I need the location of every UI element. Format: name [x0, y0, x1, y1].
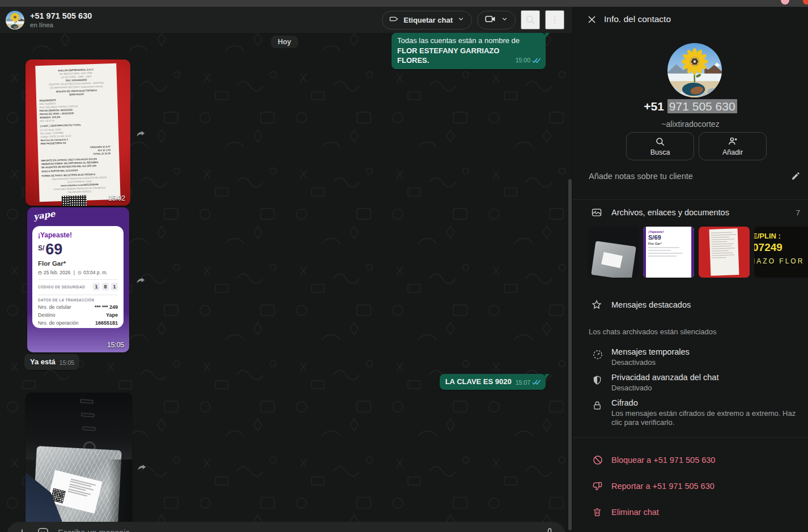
yape-row-value: Yape	[106, 312, 118, 318]
contact-phone-number: +51 971 505 630	[573, 100, 808, 113]
media-thumb-plin[interactable]: E/PLIN : 07249 IAZO FLOR	[754, 227, 808, 278]
yape-security-digits: 1 8 1	[93, 283, 118, 291]
message-composer: Escribe un mensaje	[7, 522, 565, 532]
message-input[interactable]: Escribe un mensaje	[58, 528, 535, 532]
chat-scrollbar[interactable]	[568, 179, 572, 530]
chat-menu-button[interactable]	[545, 10, 564, 29]
media-section-label: Archivos, enlaces y documentos	[611, 208, 729, 217]
shield-icon	[592, 374, 602, 388]
message-text: Ya está	[30, 357, 56, 366]
encryption-row[interactable]: Cifrado Los mensajes están cifrados de e…	[573, 398, 808, 427]
yape-payee: Flor Gar*	[38, 260, 118, 267]
yape-datetime: 25 feb. 2026 | 03:04 p. m.	[38, 270, 118, 275]
titlebar-pink-dot	[781, 0, 789, 5]
label-chat-button[interactable]: Etiquetar chat	[382, 11, 472, 29]
date-divider: Hoy	[271, 36, 298, 48]
message-meta: 15:07	[516, 379, 541, 386]
attach-plus-icon[interactable]	[16, 527, 28, 532]
sunflower-avatar-image	[667, 43, 722, 97]
separator: |	[72, 270, 76, 275]
notes-placeholder: Añade notas sobre tu cliente	[589, 172, 693, 181]
search-in-chat-button[interactable]	[521, 10, 540, 29]
forward-message-icon[interactable]	[134, 126, 148, 141]
contact-action-buttons: Busca Añadir	[626, 132, 767, 160]
setting-subtitle: Desactivado	[611, 384, 797, 393]
delete-chat-button[interactable]: Eliminar chat	[573, 505, 808, 521]
starred-messages-row[interactable]: Mensajes destacados	[573, 299, 808, 313]
yape-mini-amount: S/69	[648, 234, 694, 241]
panel-title: Info. del contacto	[604, 14, 671, 24]
chat-contact-info[interactable]: +51 971 505 630 en línea	[30, 11, 92, 29]
archived-chats-note: Los chats archivados están silenciados	[589, 327, 716, 336]
block-contact-button[interactable]: Bloquear a +51 971 505 630	[573, 453, 808, 469]
emoji-sticker-icon[interactable]	[37, 527, 49, 532]
forward-message-icon[interactable]	[134, 273, 148, 288]
person-plus-icon	[728, 136, 738, 147]
disappearing-messages-row[interactable]: Mensajes temporales Desactivados	[573, 347, 808, 367]
microphone-icon[interactable]	[544, 527, 555, 532]
message-outgoing-accounts[interactable]: Todas las cuentas están a nombre de FLOR…	[392, 33, 546, 69]
yape-currency: S/	[38, 244, 44, 252]
clock-icon	[78, 271, 82, 275]
chat-pane: +51 971 505 630 en línea Etiquetar chat	[0, 7, 572, 532]
close-panel-button[interactable]	[585, 12, 598, 26]
panel-header: Info. del contacto	[573, 7, 808, 32]
media-thumb-receipt[interactable]	[699, 227, 750, 278]
yape-date: 25 feb. 2026	[44, 270, 70, 275]
double-check-icon	[532, 58, 541, 63]
shadow-edge	[108, 459, 132, 532]
pencil-icon[interactable]	[791, 171, 801, 183]
chat-avatar[interactable]	[6, 11, 24, 29]
search-contact-button[interactable]: Busca	[626, 132, 694, 160]
sunflower-avatar-image	[6, 11, 24, 29]
yape-mini-payee: Flor Gar*	[648, 242, 694, 245]
lock-icon	[592, 400, 602, 414]
receipt-art	[709, 228, 739, 276]
yape-time: 03:04 p. m.	[83, 270, 108, 275]
plin-line1: E/PLIN :	[754, 232, 808, 240]
media-thumb-yape[interactable]: ¡Yapeaste! S/69 Flor Gar*	[643, 227, 694, 278]
star-icon	[591, 299, 602, 313]
section-divider	[573, 199, 808, 200]
setting-subtitle: Los mensajes están cifrados de extremo a…	[611, 409, 797, 427]
chat-header: +51 971 505 630 en línea Etiquetar chat	[0, 7, 572, 33]
media-thumbnails: ¡Yapeaste! S/69 Flor Gar*	[573, 227, 808, 278]
client-notes-row[interactable]: Añade notas sobre tu cliente	[573, 170, 808, 185]
yape-row-key: Nro. de operación	[38, 320, 79, 326]
message-outgoing-clave[interactable]: LA CLAVE ES 9020 15:07	[440, 374, 546, 390]
video-call-button[interactable]	[477, 11, 516, 29]
forward-message-icon[interactable]	[135, 460, 150, 475]
yape-security-label: CÓDIGO DE SEGURIDAD	[38, 285, 85, 289]
message-image-yape-receipt[interactable]: yape ¡Yapeaste! S/ 69 Flor Gar* 25 feb. …	[27, 207, 129, 352]
media-thumb-package[interactable]	[588, 227, 639, 278]
timer-icon	[592, 349, 603, 363]
label-text-lines	[65, 477, 99, 511]
yape-mini-title: ¡Yapeaste!	[648, 230, 694, 233]
advanced-chat-privacy-row[interactable]: Privacidad avanzada del chat Desactivado	[573, 373, 808, 393]
message-incoming-ya-esta[interactable]: Ya está 15:05	[24, 354, 79, 370]
message-image-package[interactable]	[25, 393, 132, 532]
add-contact-button[interactable]: Añadir	[699, 132, 767, 160]
security-digit: 8	[102, 283, 109, 291]
plin-line2: 07249	[754, 241, 808, 254]
report-contact-button[interactable]: Reportar a +51 971 505 630	[573, 479, 808, 495]
message-text-line2: FLOR ESTEFANY GARRIAZO FLORES.	[397, 46, 512, 66]
video-camera-icon	[484, 13, 496, 27]
message-image-receipt[interactable]: AVALON EMPRESARIAL S.A.C. AV. MEXICO NRO…	[25, 59, 130, 206]
plin-line3: IAZO FLOR	[754, 257, 808, 265]
section-divider	[573, 437, 808, 438]
trash-icon	[592, 507, 602, 520]
chat-header-actions: Etiquetar chat	[382, 10, 564, 29]
media-links-docs-row[interactable]: Archivos, enlaces y documentos 7	[573, 206, 808, 220]
contact-profile-photo[interactable]	[667, 43, 722, 97]
text-line	[648, 247, 679, 248]
label-tag-icon	[389, 14, 399, 25]
setting-title: Privacidad avanzada del chat	[611, 373, 797, 382]
purple-edge	[643, 227, 646, 278]
media-icon	[590, 207, 603, 220]
yape-logo: yape	[33, 208, 56, 222]
kebab-menu-icon	[550, 15, 560, 25]
thumbs-down-icon	[592, 480, 603, 494]
setting-subtitle: Desactivados	[611, 358, 797, 367]
yape-row-key: Nro. de celular	[38, 304, 71, 310]
